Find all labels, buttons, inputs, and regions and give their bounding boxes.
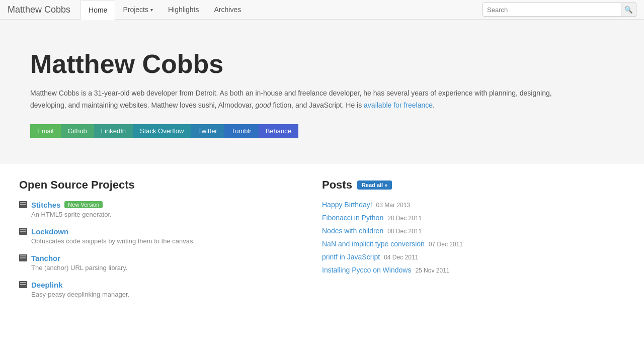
brand-logo[interactable]: Matthew Cobbs bbox=[8, 5, 75, 15]
posts-section: Posts Read all » Happy Birthday! 03 Mar … bbox=[317, 178, 629, 307]
deeplink-link[interactable]: Deeplink bbox=[31, 281, 63, 289]
post-date-3: 08 Dec 2011 bbox=[387, 228, 422, 235]
post-date-4: 07 Dec 2011 bbox=[429, 241, 463, 248]
post-link-6[interactable]: Installing Pycco on Windows bbox=[322, 266, 411, 274]
project-stitches-title-row: Stitches New Version bbox=[19, 201, 297, 209]
github-button[interactable]: Github bbox=[61, 124, 94, 138]
linkedin-button[interactable]: LinkedIn bbox=[94, 124, 133, 138]
nav-link-archives[interactable]: Archives bbox=[206, 0, 249, 19]
email-button[interactable]: Email bbox=[30, 124, 61, 138]
post-date-2: 28 Dec 2011 bbox=[387, 215, 422, 222]
read-all-button[interactable]: Read all » bbox=[357, 180, 392, 190]
project-deeplink-title-row: Deeplink bbox=[19, 281, 297, 289]
lockdown-icon bbox=[19, 228, 27, 235]
new-version-badge: New Version bbox=[64, 201, 103, 208]
stitches-link[interactable]: Stitches bbox=[31, 201, 60, 209]
posts-title: Posts Read all » bbox=[322, 178, 629, 192]
search-input[interactable] bbox=[482, 3, 621, 17]
post-date-6: 25 Nov 2011 bbox=[415, 267, 449, 274]
post-date-5: 04 Dec 2011 bbox=[384, 254, 418, 261]
search-form: 🔍 bbox=[482, 3, 636, 17]
available-for-freelance-link[interactable]: available for freelance bbox=[364, 101, 433, 109]
hero-bio: Matthew Cobbs is a 31-year-old web devel… bbox=[30, 87, 558, 112]
main-content: Open Source Projects Stitches New Versio… bbox=[0, 163, 644, 322]
nav-link-highlights[interactable]: Highlights bbox=[160, 0, 206, 19]
open-source-section: Open Source Projects Stitches New Versio… bbox=[15, 178, 297, 307]
project-stitches: Stitches New Version An HTML5 sprite gen… bbox=[19, 201, 297, 218]
hero-bio-part2: fiction, and JavaScript. He is bbox=[271, 101, 364, 109]
post-item-1: Happy Birthday! 03 Mar 2013 bbox=[322, 201, 629, 209]
project-tanchor: Tanchor The (anchor) URL parsing library… bbox=[19, 254, 297, 272]
tanchor-description: The (anchor) URL parsing library. bbox=[31, 264, 297, 272]
deeplink-description: Easy-peasy deeplinking manager. bbox=[31, 291, 297, 298]
nav-item-projects[interactable]: Projects ▾ bbox=[115, 0, 160, 19]
lockdown-link[interactable]: Lockdown bbox=[31, 227, 68, 236]
nav-item-highlights[interactable]: Highlights bbox=[160, 0, 206, 19]
stackoverflow-button[interactable]: Stack Overflow bbox=[133, 124, 191, 138]
project-lockdown: Lockdown Obfuscates code snippets by wri… bbox=[19, 227, 297, 245]
nav-item-home[interactable]: Home bbox=[80, 0, 115, 19]
search-button[interactable]: 🔍 bbox=[621, 3, 636, 17]
navbar: Matthew Cobbs Home Projects ▾ Highlights… bbox=[0, 0, 644, 20]
tumblr-button[interactable]: Tumblr bbox=[224, 124, 259, 138]
open-source-title: Open Source Projects bbox=[19, 178, 297, 192]
tanchor-icon bbox=[19, 254, 27, 261]
post-link-3[interactable]: Nodes with children bbox=[322, 227, 383, 235]
hero-section: Matthew Cobbs Matthew Cobbs is a 31-year… bbox=[0, 20, 644, 163]
lockdown-description: Obfuscates code snippets by writing them… bbox=[31, 237, 297, 245]
deeplink-icon bbox=[19, 281, 27, 288]
project-deeplink: Deeplink Easy-peasy deeplinking manager. bbox=[19, 281, 297, 298]
post-link-4[interactable]: NaN and implicit type conversion bbox=[322, 240, 425, 248]
hero-buttons: Email Github LinkedIn Stack Overflow Twi… bbox=[30, 124, 614, 138]
nav-link-home[interactable]: Home bbox=[80, 0, 115, 20]
hero-bio-italic: good bbox=[255, 101, 271, 109]
post-item-6: Installing Pycco on Windows 25 Nov 2011 bbox=[322, 266, 629, 274]
post-item-3: Nodes with children 08 Dec 2011 bbox=[322, 227, 629, 235]
tanchor-link[interactable]: Tanchor bbox=[31, 254, 60, 262]
post-link-2[interactable]: Fibonacci in Python bbox=[322, 214, 383, 222]
nav-menu: Home Projects ▾ Highlights Archives bbox=[80, 0, 249, 19]
post-item-2: Fibonacci in Python 28 Dec 2011 bbox=[322, 214, 629, 222]
chevron-down-icon: ▾ bbox=[150, 7, 153, 13]
project-lockdown-title-row: Lockdown bbox=[19, 227, 297, 236]
nav-item-archives[interactable]: Archives bbox=[206, 0, 249, 19]
nav-link-projects[interactable]: Projects ▾ bbox=[115, 0, 160, 19]
search-icon: 🔍 bbox=[624, 6, 633, 14]
behance-button[interactable]: Behance bbox=[259, 124, 298, 138]
post-link-1[interactable]: Happy Birthday! bbox=[322, 201, 372, 209]
post-date-1: 03 Mar 2013 bbox=[376, 202, 410, 209]
stitches-description: An HTML5 sprite generator. bbox=[31, 211, 297, 218]
post-link-5[interactable]: printf in JavaScript bbox=[322, 253, 380, 261]
twitter-button[interactable]: Twitter bbox=[191, 124, 224, 138]
stitches-icon bbox=[19, 201, 27, 208]
post-item-5: printf in JavaScript 04 Dec 2011 bbox=[322, 253, 629, 261]
project-tanchor-title-row: Tanchor bbox=[19, 254, 297, 262]
post-item-4: NaN and implicit type conversion 07 Dec … bbox=[322, 240, 629, 248]
hero-title: Matthew Cobbs bbox=[30, 50, 614, 78]
